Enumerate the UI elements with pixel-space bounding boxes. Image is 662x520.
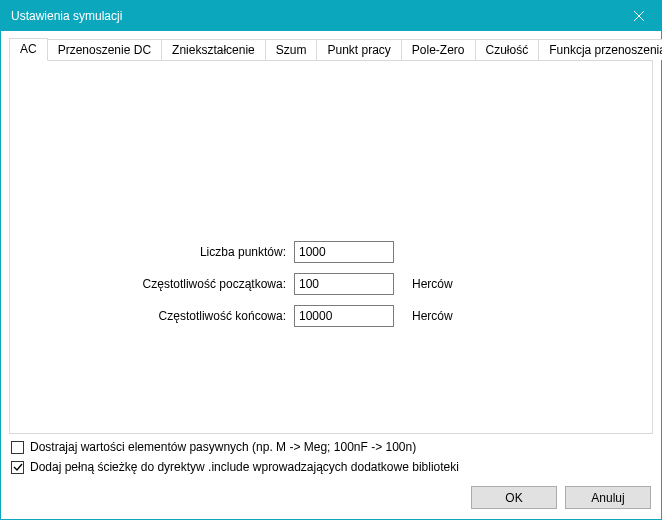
tab-label: Przenoszenie DC	[58, 43, 151, 57]
content-area: AC Przenoszenie DC Zniekształcenie Szum …	[1, 31, 661, 519]
tab-label: AC	[20, 42, 37, 56]
close-icon	[634, 11, 644, 21]
tab-sensitivity[interactable]: Czułość	[476, 39, 540, 60]
ok-label: OK	[505, 491, 522, 505]
tab-dc-transfer[interactable]: Przenoszenie DC	[48, 39, 162, 60]
label-adjust-values: Dostrajaj wartości elementów pasywnych (…	[30, 440, 416, 454]
label-fstop: Częstotliwość końcowa:	[126, 309, 286, 323]
cancel-label: Anuluj	[591, 491, 624, 505]
row-fullpath: Dodaj pełną ścieżkę do dyrektyw .include…	[11, 460, 653, 474]
window-title: Ustawienia symulacji	[11, 9, 122, 23]
checkbox-adjust-values[interactable]	[11, 441, 24, 454]
ac-form: Liczba punktów: Częstotliwość początkowa…	[10, 241, 652, 327]
tab-label: Pole-Zero	[412, 43, 465, 57]
close-button[interactable]	[616, 1, 661, 31]
ok-button[interactable]: OK	[471, 486, 557, 509]
tab-noise[interactable]: Szum	[266, 39, 318, 60]
tabstrip: AC Przenoszenie DC Zniekształcenie Szum …	[9, 38, 653, 60]
row-fstart: Częstotliwość początkowa: Herców	[126, 273, 536, 295]
tab-label: Zniekształcenie	[172, 43, 255, 57]
label-fullpath: Dodaj pełną ścieżkę do dyrektyw .include…	[30, 460, 459, 474]
cancel-button[interactable]: Anuluj	[565, 486, 651, 509]
row-fstop: Częstotliwość końcowa: Herców	[126, 305, 536, 327]
input-fstart[interactable]	[294, 273, 394, 295]
label-fstart: Częstotliwość początkowa:	[126, 277, 286, 291]
unit-fstart: Herców	[412, 277, 453, 291]
tab-label: Punkt pracy	[327, 43, 390, 57]
checkbox-fullpath[interactable]	[11, 461, 24, 474]
tab-operating-point[interactable]: Punkt pracy	[317, 39, 401, 60]
titlebar: Ustawienia symulacji	[1, 1, 661, 31]
dialog-buttons: OK Anuluj	[9, 486, 653, 511]
tab-label: Funkcja przenoszenia	[549, 43, 662, 57]
label-points: Liczba punktów:	[126, 245, 286, 259]
checkmark-icon	[13, 462, 23, 472]
input-fstop[interactable]	[294, 305, 394, 327]
unit-fstop: Herców	[412, 309, 453, 323]
tab-label: Czułość	[486, 43, 529, 57]
row-adjust-values: Dostrajaj wartości elementów pasywnych (…	[11, 440, 653, 454]
tab-pole-zero[interactable]: Pole-Zero	[402, 39, 476, 60]
tab-panel: Liczba punktów: Częstotliwość początkowa…	[9, 60, 653, 434]
tab-ac[interactable]: AC	[9, 38, 48, 61]
tab-distortion[interactable]: Zniekształcenie	[162, 39, 266, 60]
tab-transfer-function[interactable]: Funkcja przenoszenia	[539, 39, 662, 60]
tab-label: Szum	[276, 43, 307, 57]
input-points[interactable]	[294, 241, 394, 263]
checkbox-area: Dostrajaj wartości elementów pasywnych (…	[9, 440, 653, 474]
dialog-window: Ustawienia symulacji AC Przenoszenie DC …	[0, 0, 662, 520]
row-points: Liczba punktów:	[126, 241, 536, 263]
